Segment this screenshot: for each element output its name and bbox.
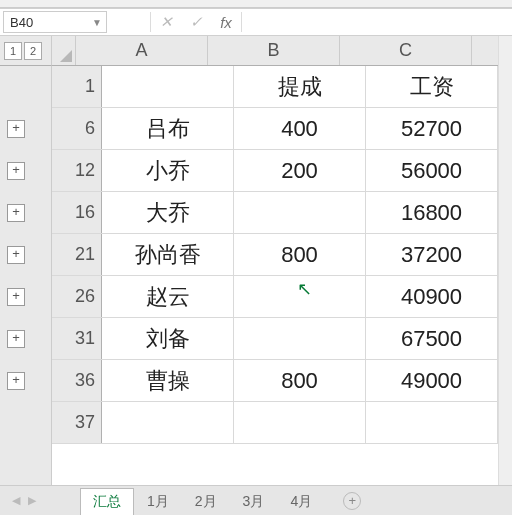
cell[interactable] xyxy=(366,402,498,443)
cell[interactable] xyxy=(234,402,366,443)
outline-expand-button[interactable]: + xyxy=(7,372,25,390)
cell[interactable]: 小乔 xyxy=(102,150,234,191)
outline-level-2[interactable]: 2 xyxy=(24,42,42,60)
table-row: 1提成工资 xyxy=(52,66,512,108)
name-box[interactable]: B40 ▼ xyxy=(3,11,107,33)
row-header[interactable]: 12 xyxy=(52,150,102,191)
outline-expand-button[interactable]: + xyxy=(7,330,25,348)
cell[interactable]: 40900 xyxy=(366,276,498,317)
cell[interactable] xyxy=(234,192,366,233)
column-header[interactable]: B xyxy=(208,36,340,65)
add-sheet-button[interactable]: + xyxy=(343,492,361,510)
table-row: 6吕布40052700 xyxy=(52,108,512,150)
name-box-dropdown-icon[interactable]: ▼ xyxy=(92,17,102,28)
outline-level-1[interactable]: 1 xyxy=(4,42,22,60)
row-header[interactable]: 6 xyxy=(52,108,102,149)
column-header[interactable]: C xyxy=(340,36,472,65)
name-box-value: B40 xyxy=(10,15,33,30)
table-row: 37 xyxy=(52,402,512,444)
ribbon-remnant xyxy=(0,0,512,8)
column-header-row: A B C xyxy=(52,36,512,66)
row-header[interactable]: 37 xyxy=(52,402,102,443)
cell[interactable]: 52700 xyxy=(366,108,498,149)
outline-level-strip: 1 2 xyxy=(0,36,52,66)
cell[interactable]: 200 xyxy=(234,150,366,191)
sheet-tab[interactable]: 2月 xyxy=(182,488,230,516)
cell[interactable]: 67500 xyxy=(366,318,498,359)
cell[interactable]: 49000 xyxy=(366,360,498,401)
outline-expand-button[interactable]: + xyxy=(7,162,25,180)
cell[interactable] xyxy=(102,66,234,107)
cell[interactable]: 赵云 xyxy=(102,276,234,317)
formula-bar: B40 ▼ ✕ ✓ fx xyxy=(0,8,512,36)
table-row: 21孙尚香80037200 xyxy=(52,234,512,276)
cell[interactable]: 吕布 xyxy=(102,108,234,149)
row-header[interactable]: 36 xyxy=(52,360,102,401)
cell[interactable]: 800 xyxy=(234,360,366,401)
table-row: 31刘备67500 xyxy=(52,318,512,360)
cell[interactable]: 16800 xyxy=(366,192,498,233)
cell[interactable]: 大乔 xyxy=(102,192,234,233)
outline-column: +++++++ xyxy=(0,66,52,485)
cell[interactable]: 曹操 xyxy=(102,360,234,401)
sheet-tab[interactable]: 汇总 xyxy=(80,488,134,516)
cell[interactable]: 工资 xyxy=(366,66,498,107)
cell[interactable]: 56000 xyxy=(366,150,498,191)
outline-expand-button[interactable]: + xyxy=(7,288,25,306)
vertical-scrollbar[interactable] xyxy=(498,36,512,485)
cell[interactable]: 400 xyxy=(234,108,366,149)
cell[interactable]: 刘备 xyxy=(102,318,234,359)
table-row: 26赵云40900 xyxy=(52,276,512,318)
row-header[interactable]: 31 xyxy=(52,318,102,359)
outline-expand-button[interactable]: + xyxy=(7,120,25,138)
cell[interactable] xyxy=(102,402,234,443)
tab-nav-prev-icon[interactable]: ◀ xyxy=(12,494,20,507)
cell[interactable]: 37200 xyxy=(366,234,498,275)
outline-expand-button[interactable]: + xyxy=(7,204,25,222)
cell[interactable]: 提成 xyxy=(234,66,366,107)
cell[interactable]: 800 xyxy=(234,234,366,275)
row-header[interactable]: 1 xyxy=(52,66,102,107)
row-header[interactable]: 16 xyxy=(52,192,102,233)
enter-icon: ✓ xyxy=(181,13,211,31)
sheet-tab[interactable]: 1月 xyxy=(134,488,182,516)
select-all-triangle[interactable] xyxy=(52,36,76,65)
sheet-tab[interactable]: 3月 xyxy=(230,488,278,516)
column-header[interactable]: A xyxy=(76,36,208,65)
formula-input[interactable] xyxy=(242,9,512,35)
spreadsheet-grid[interactable]: A B C 1提成工资6吕布4005270012小乔2005600016大乔16… xyxy=(52,36,512,485)
row-header[interactable]: 21 xyxy=(52,234,102,275)
tab-nav-next-icon[interactable]: ▶ xyxy=(28,494,36,507)
sheet-tab[interactable]: 4月 xyxy=(277,488,325,516)
table-row: 16大乔16800 xyxy=(52,192,512,234)
cell[interactable] xyxy=(234,276,366,317)
table-row: 36曹操80049000 xyxy=(52,360,512,402)
row-header[interactable]: 26 xyxy=(52,276,102,317)
cell[interactable]: 孙尚香 xyxy=(102,234,234,275)
cancel-icon: ✕ xyxy=(151,13,181,31)
fx-icon[interactable]: fx xyxy=(211,14,241,31)
sheet-tab-bar: ◀ ▶ 汇总1月2月3月4月 + xyxy=(0,485,512,515)
outline-expand-button[interactable]: + xyxy=(7,246,25,264)
cell[interactable] xyxy=(234,318,366,359)
table-row: 12小乔20056000 xyxy=(52,150,512,192)
